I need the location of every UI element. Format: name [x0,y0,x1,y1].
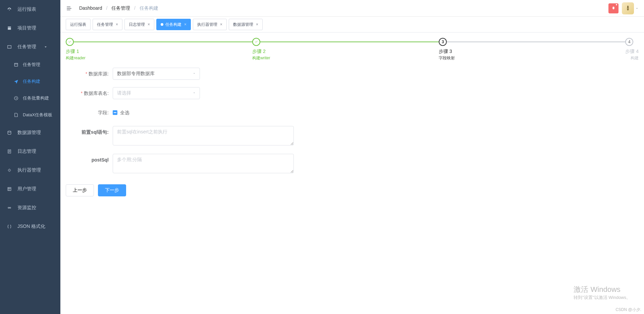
plane-icon [13,79,19,84]
db-table-select[interactable]: 请选择 [113,87,200,99]
sidebar-sub-task-build[interactable]: 任务构建 [0,73,60,90]
sidebar: 运行报表 项目管理 任务管理 任务管理 任务构建 任务批量构建 DataX任务模… [0,0,60,314]
breadcrumb: Dashboard / 任务管理 / 任务构建 [79,5,158,11]
user-menu[interactable] [622,2,639,14]
sidebar-item-json[interactable]: JSON 格式化 [0,217,60,236]
next-button[interactable]: 下一步 [98,184,126,196]
check-icon [68,40,72,45]
close-icon[interactable]: × [220,22,222,27]
sidebar-toggle[interactable] [66,5,72,12]
tab-task-build[interactable]: 任务构建× [156,19,191,30]
caret-down-icon [635,6,639,11]
executor-icon [7,168,12,173]
svg-point-1 [8,131,11,132]
sidebar-item-label: 资源监控 [17,205,36,211]
step-4: 4 步骤 4 构建 [625,38,639,61]
monitor-icon [7,205,12,210]
datasource-icon [7,130,12,135]
template-icon [13,112,19,118]
sidebar-item-report[interactable]: 运行报表 [0,0,60,19]
sidebar-item-label: 项目管理 [17,25,36,31]
sidebar-item-label: 任务构建 [23,78,40,84]
post-sql-textarea[interactable] [113,154,294,173]
sidebar-item-label: 数据源管理 [17,130,41,136]
sidebar-item-label: 运行报表 [17,6,36,12]
content: 步骤 1 构建reader 步骤 2 构建writer 3 步骤 3 字段映射 … [60,33,644,202]
svg-point-3 [10,207,11,208]
main: Dashboard / 任务管理 / 任务构建 [60,0,644,314]
tabs: 运行报表 任务管理× 日志管理× 任务构建× 执行器管理× 数据源管理× [60,17,644,33]
calendar-icon [13,62,19,67]
sidebar-item-datasource[interactable]: 数据源管理 [0,123,60,142]
sidebar-item-label: DataX任务模板 [23,112,52,118]
json-icon [7,224,12,229]
tab-report[interactable]: 运行报表 [66,19,91,30]
sidebar-item-task[interactable]: 任务管理 [0,38,60,56]
sidebar-item-label: 任务批量构建 [23,95,49,101]
svg-point-2 [8,207,9,208]
steps: 步骤 1 构建reader 步骤 2 构建writer 3 步骤 3 字段映射 … [66,38,639,61]
breadcrumb-current: 任务构建 [140,5,158,11]
tab-log[interactable]: 日志管理× [124,19,154,30]
sidebar-item-user[interactable]: 用户管理 [0,180,60,198]
fields-label: 字段: [66,107,113,119]
step-3: 3 步骤 3 字段映射 [439,38,625,61]
close-icon[interactable]: × [116,22,118,27]
step-2: 步骤 2 构建writer [252,38,439,61]
chevron-down-icon [43,44,48,50]
step-1: 步骤 1 构建reader [66,38,252,61]
breadcrumb-parent[interactable]: 任务管理 [111,5,130,11]
sidebar-item-label: 执行器管理 [17,167,41,173]
sidebar-item-label: 日志管理 [17,148,36,154]
checkbox-indeterminate-icon [113,110,117,115]
log-icon [7,149,12,154]
sidebar-item-label: 任务管理 [23,62,40,68]
close-icon[interactable]: × [256,22,258,27]
db-source-select[interactable]: 数据部专用数据库 [113,68,200,80]
build-writer-form: *数据库源: 数据部专用数据库 *数据库表名: 请选择 [66,68,368,174]
pre-sql-label: 前置sql语句: [66,126,113,138]
topbar: Dashboard / 任务管理 / 任务构建 [60,0,644,17]
check-icon [254,40,258,45]
batch-icon [13,96,19,101]
sidebar-item-project[interactable]: 项目管理 [0,19,60,38]
sidebar-item-label: JSON 格式化 [17,224,45,230]
sidebar-item-log[interactable]: 日志管理 [0,142,60,161]
sidebar-sub-task-batch[interactable]: 任务批量构建 [0,90,60,107]
prev-button[interactable]: 上一步 [66,184,94,196]
task-icon [7,44,12,50]
active-dot-icon [161,23,163,26]
breadcrumb-root[interactable]: Dashboard [79,5,102,11]
db-source-label: *数据库源: [66,68,113,80]
post-sql-label: postSql [66,154,113,166]
project-icon [7,25,12,31]
user-icon [7,186,12,192]
tab-datasource[interactable]: 数据源管理× [229,19,263,30]
sidebar-sub-task-manage[interactable]: 任务管理 [0,56,60,73]
dashboard-icon [7,7,12,12]
chevron-down-icon [192,90,196,96]
tab-executor[interactable]: 执行器管理× [193,19,227,30]
avatar [622,2,634,14]
sidebar-item-monitor[interactable]: 资源监控 [0,198,60,217]
sidebar-item-label: 任务管理 [17,44,36,50]
close-icon[interactable]: × [184,22,186,27]
chevron-down-icon [192,71,196,76]
tab-task-manage[interactable]: 任务管理× [93,19,122,30]
close-icon[interactable]: × [148,22,150,27]
sidebar-item-label: 用户管理 [17,186,36,192]
db-table-label: *数据库表名: [66,87,113,99]
select-all-checkbox[interactable]: 全选 [113,107,368,119]
pre-sql-textarea[interactable] [113,126,294,145]
sidebar-item-executor[interactable]: 执行器管理 [0,161,60,180]
notification-dot [616,4,617,5]
error-log-button[interactable] [608,3,619,13]
sidebar-sub-datax-template[interactable]: DataX任务模板 [0,107,60,123]
step-buttons: 上一步 下一步 [66,184,639,196]
